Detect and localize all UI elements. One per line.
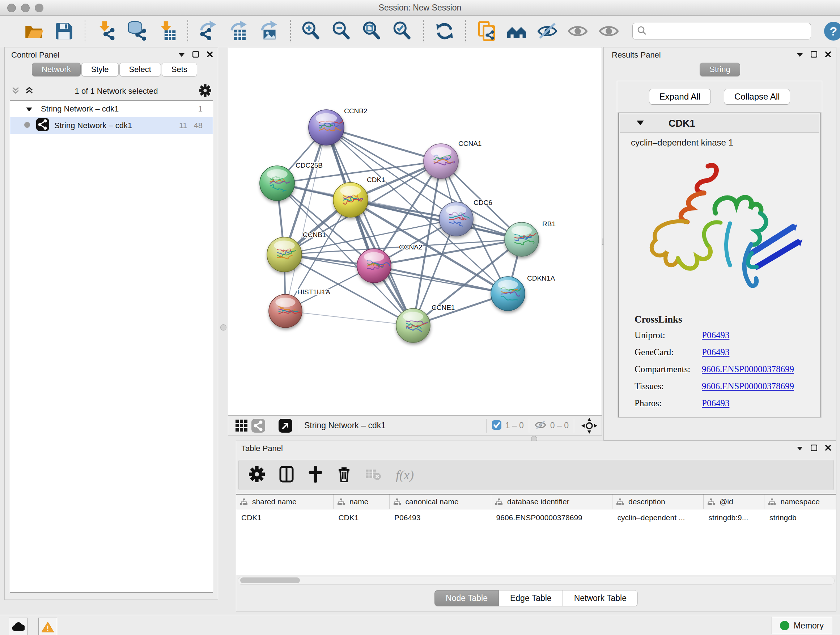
tab-sets[interactable]: Sets [162,63,197,76]
network-node-CCNB1[interactable] [267,237,302,272]
tab-node-table[interactable]: Node Table [434,590,499,606]
float-panel-icon[interactable] [193,51,199,59]
column-header-canonical-name[interactable]: canonical name [389,494,491,509]
network-node-CDC6[interactable] [439,202,473,236]
tab-network-table[interactable]: Network Table [563,590,638,606]
crosslink-link[interactable]: P06493 [702,330,729,340]
tab-edge-table[interactable]: Edge Table [499,590,563,606]
tab-string[interactable]: String [699,63,740,76]
zoom-selected-icon[interactable] [392,21,413,42]
crosslink-link[interactable]: 9606.ENSP00000378699 [702,364,794,374]
network-node-CDK1[interactable] [333,182,368,217]
show-all-icon[interactable] [567,21,588,42]
crosslink-label: Pharos: [635,398,702,409]
network-node-CCNB2[interactable] [309,110,344,145]
column-header-description[interactable]: description [613,494,704,509]
network-tree-row[interactable]: String Network – cdk1 1 [10,101,213,117]
network-node-CDC25B[interactable] [260,166,294,201]
collapse-all-chevron-icon[interactable] [11,86,20,96]
network-node-CCNE1[interactable] [396,309,430,342]
collapse-section-icon[interactable] [637,120,644,127]
cloud-status-button[interactable] [9,618,27,635]
import-database-icon[interactable] [126,21,147,42]
warning-status-button[interactable]: ! [38,618,57,635]
column-header-shared-name[interactable]: shared name [236,494,333,509]
node-table[interactable]: shared namenamecanonical namedatabase id… [236,494,836,575]
help-button[interactable]: ? [824,22,840,41]
panel-menu-icon[interactable] [797,52,803,58]
crosslink-label: GeneCard: [635,347,702,357]
birdseye-grid-icon[interactable] [233,415,250,436]
status-bar: ! Memory [0,615,840,635]
import-network-icon[interactable] [95,21,117,42]
protein-section-header[interactable]: CDK1 [620,114,819,133]
save-session-icon[interactable] [54,21,74,42]
network-node-CCNA1[interactable] [424,144,458,179]
refresh-icon[interactable] [434,21,455,42]
close-panel-icon[interactable] [825,445,831,452]
node-label-CDC25B: CDC25B [295,162,323,169]
goto-network-icon[interactable] [277,415,294,436]
network-options-gear-icon[interactable] [199,84,211,98]
panel-menu-icon[interactable] [179,52,185,58]
table-settings-gear-icon[interactable] [249,466,265,484]
first-neighbors-icon[interactable] [507,21,527,42]
network-node-RB1[interactable] [505,222,538,256]
column-header--id[interactable]: @id [704,494,764,509]
add-column-icon[interactable] [308,466,323,484]
network-canvas[interactable]: CCNB2 CCNA1 CDC25B CDK1 CDC6 RB1 CCNB1 C… [228,47,602,416]
zoom-fit-icon[interactable] [362,21,383,42]
expand-all-button[interactable]: Expand All [649,89,711,105]
hide-selected-icon[interactable] [537,21,558,42]
fit-selection-crosshair-icon[interactable] [579,415,600,436]
crosslink-link[interactable]: P06493 [702,347,729,357]
network-share-icon[interactable] [250,415,267,436]
export-network-icon[interactable] [198,21,219,42]
node-label-CCNA1: CCNA1 [458,140,482,147]
search-box[interactable] [632,23,811,40]
show-all-eye-icon[interactable] [598,21,619,42]
network-edge[interactable] [286,311,413,325]
crosslink-link[interactable]: 9606.ENSP00000378699 [702,381,794,391]
search-input[interactable] [649,26,806,36]
tab-select[interactable]: Select [119,63,161,76]
panel-menu-icon[interactable] [797,445,803,452]
memory-button[interactable]: Memory [772,617,832,634]
column-header-database-identifier[interactable]: database identifier [491,494,613,509]
close-panel-icon[interactable] [207,51,213,59]
export-table-icon[interactable] [229,21,249,42]
zoom-in-icon[interactable] [301,21,322,42]
column-header-namespace[interactable]: namespace [764,494,836,509]
zoom-out-icon[interactable] [332,21,352,42]
close-panel-icon[interactable] [825,51,831,59]
disclosure-triangle-icon[interactable] [26,104,32,114]
selected-checkbox-icon[interactable] [492,420,502,432]
table-cell: stringdb [764,509,836,526]
export-image-icon[interactable] [259,21,280,42]
left-splitter-handle[interactable] [220,325,226,331]
collapse-all-button[interactable]: Collapse All [724,89,790,105]
open-session-icon[interactable] [23,21,44,42]
network-tree-row[interactable]: String Network – cdk1 1148 [10,117,213,134]
memory-label: Memory [794,621,824,631]
delete-column-trash-icon[interactable] [337,466,351,485]
float-panel-icon[interactable] [811,445,817,453]
network-edge[interactable] [351,200,522,239]
expand-all-chevron-icon[interactable] [25,86,34,96]
tab-network[interactable]: Network [32,63,81,76]
network-node-CCNA2[interactable] [357,249,391,283]
tab-style[interactable]: Style [81,63,118,76]
column-header-name[interactable]: name [333,494,389,509]
crosslink-link[interactable]: P06493 [702,398,729,409]
network-node-HIST1H1A[interactable] [269,295,302,328]
float-panel-icon[interactable] [811,51,817,59]
show-columns-icon[interactable] [279,466,294,484]
network-node-CDKN1A[interactable] [491,277,525,310]
clone-network-icon[interactable] [476,21,497,42]
table-cell: CDK1 [236,509,333,526]
import-table-icon[interactable] [156,21,177,42]
string-network-icon [36,118,49,133]
table-horizontal-scrollbar[interactable] [238,577,835,585]
hidden-eye-icon[interactable] [534,420,546,432]
table-row[interactable]: CDK1CDK1P064939606.ENSP00000378699cyclin… [236,509,836,526]
